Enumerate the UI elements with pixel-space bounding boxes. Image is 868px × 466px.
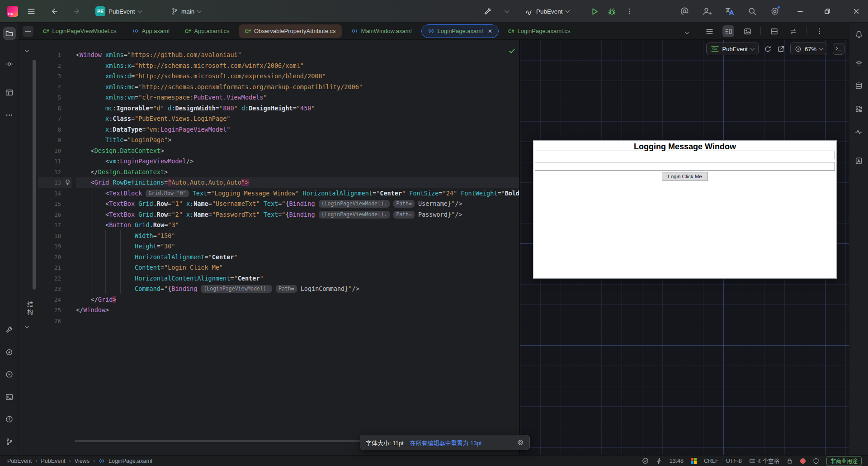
services-tool-button[interactable] (3, 346, 16, 358)
database-tool-button[interactable] (853, 79, 865, 92)
code-line-8[interactable]: x:DataType="vm:LoginPageViewModel" (76, 124, 531, 135)
tab-loginpageviewmodel-cs[interactable]: C# LoginPageViewModel.cs (37, 24, 123, 38)
error-notification-widget[interactable] (800, 458, 806, 464)
swap-panels-button[interactable] (787, 25, 799, 37)
editor-only-view-button[interactable] (703, 25, 715, 37)
scrollbar-thumb[interactable] (33, 60, 36, 290)
translation-tool-button[interactable] (853, 154, 865, 167)
run-tool-button[interactable] (3, 368, 16, 380)
line-separator-widget[interactable]: CRLF (704, 458, 719, 464)
terminal-tool-button[interactable] (3, 390, 16, 403)
code-line-9[interactable]: Title="LoginPage"> (76, 135, 531, 146)
code-line-10[interactable]: <Design.DataContext> (76, 146, 531, 157)
line-number[interactable]: 24 (38, 295, 72, 305)
tab-loginpage-axaml[interactable]: LoginPage.axaml ✕ (421, 24, 499, 38)
restore-button[interactable] (821, 4, 834, 19)
split-editor-preview-button[interactable] (722, 25, 734, 37)
login-button[interactable]: Login Click Me (662, 172, 708, 181)
code-line-17[interactable]: <Button Grid.Row="3" (76, 220, 531, 231)
code-line-18[interactable]: Width="150" (76, 231, 531, 242)
code-area[interactable]: <Window xmlns="https://github.com/avalon… (72, 40, 531, 455)
build-options-button[interactable] (503, 4, 511, 19)
line-number[interactable]: 16 (38, 209, 72, 220)
code-line-22[interactable]: HorizontalContentAlignment="Center" (76, 273, 531, 284)
gear-icon[interactable] (517, 439, 524, 446)
line-number[interactable]: 19 (38, 241, 72, 252)
profiler-tool-button[interactable] (853, 125, 865, 138)
code-line-25[interactable]: </Window> (76, 305, 531, 316)
encoding-widget[interactable]: UTF-8 (726, 458, 742, 464)
back-button[interactable] (47, 4, 61, 19)
tab-list-dropdown-button[interactable] (685, 28, 689, 35)
minimize-button[interactable] (794, 4, 807, 19)
gutter[interactable]: 1234567891011121314151617181920212223242… (38, 40, 72, 455)
build-tool-button[interactable] (3, 323, 16, 336)
code-line-4[interactable]: xmlns:mc="http://schemas.openxmlformats.… (76, 82, 531, 93)
tab-app-axaml[interactable]: App.axaml (126, 24, 175, 38)
line-number[interactable]: 14 (38, 188, 72, 199)
code-line-6[interactable]: mc:Ignorable="d" d:DesignWidth="800" d:D… (76, 103, 531, 114)
preview-refresh-button[interactable] (764, 45, 772, 53)
line-number[interactable]: 2 (38, 61, 72, 71)
chevron-down-icon[interactable] (25, 324, 29, 328)
security-widget[interactable] (813, 458, 819, 464)
search-everywhere-button[interactable] (745, 4, 760, 19)
power-save-widget[interactable] (656, 458, 662, 464)
line-number[interactable]: 26 (38, 316, 72, 327)
code-line-11[interactable]: <vm:LoginPageViewModel/> (76, 156, 531, 167)
code-line-2[interactable]: xmlns:x="http://schemas.microsoft.com/wi… (76, 61, 531, 71)
input-method-widget[interactable] (691, 458, 697, 464)
settings-button[interactable] (768, 4, 782, 19)
preview-console-button[interactable] (833, 43, 844, 55)
code-line-23[interactable]: Command="{Binding (LoginPageViewModel). … (76, 284, 531, 295)
code-line-12[interactable]: </Design.DataContext> (76, 167, 531, 178)
run-config-widget[interactable]: PubEvent (523, 4, 572, 19)
ai-assistant-button[interactable] (853, 57, 865, 70)
more-run-actions-button[interactable] (623, 4, 636, 19)
line-number[interactable]: 3 (38, 71, 72, 82)
more-tools-button[interactable] (3, 109, 16, 121)
inspections-status-widget[interactable] (642, 457, 649, 464)
license-badge[interactable]: 非商业用途 (826, 456, 862, 466)
run-button[interactable] (588, 4, 602, 19)
hide-tabs-button[interactable]: — (23, 26, 33, 37)
code-line-21[interactable]: Content="Login Click Me" (76, 262, 531, 273)
code-line-1[interactable]: <Window xmlns="https://github.com/avalon… (76, 50, 531, 61)
preview-zoom-selector[interactable]: 67% (790, 43, 827, 55)
line-number[interactable]: 20 (38, 252, 72, 263)
translate-button[interactable] (722, 4, 737, 19)
tab-observablepropertyattribute-cs[interactable]: C# ObservablePropertyAttribute.cs (239, 24, 341, 38)
plugins-tool-button[interactable] (853, 102, 865, 115)
debug-button[interactable] (605, 4, 619, 19)
preview-open-external-button[interactable] (777, 45, 785, 53)
username-textbox[interactable] (535, 151, 835, 159)
line-number[interactable]: 13 (38, 177, 72, 188)
line-number[interactable]: 1 (38, 50, 72, 61)
line-number[interactable]: 15 (38, 199, 72, 209)
line-number[interactable]: 9 (38, 135, 72, 146)
line-number[interactable]: 8 (38, 124, 72, 135)
tab-close-icon[interactable]: ✕ (488, 29, 492, 34)
code-line-26[interactable] (76, 316, 531, 327)
code-line-13[interactable]: <Grid RowDefinitions="Auto,Auto,Auto,Aut… (76, 177, 531, 188)
structure-tool-button[interactable] (3, 86, 16, 99)
commit-tool-button[interactable] (3, 57, 16, 70)
line-number[interactable]: 17 (38, 220, 72, 231)
main-menu-button[interactable] (24, 4, 38, 19)
git-tool-button[interactable] (3, 435, 16, 448)
code-line-19[interactable]: Height="30" (76, 241, 531, 252)
tab-app-axaml-cs[interactable]: C# App.axaml.cs (179, 24, 235, 38)
line-number[interactable]: 4 (38, 82, 72, 93)
code-line-24[interactable]: </Grid> (76, 295, 531, 305)
read-lock-widget[interactable] (787, 458, 793, 464)
preview-only-button[interactable] (741, 25, 753, 37)
tab-loginpage-axaml-cs[interactable]: C# LoginPage.axaml.cs (502, 24, 576, 38)
line-number[interactable]: 22 (38, 273, 72, 284)
breadcrumb-item[interactable]: PubEvent (7, 458, 32, 464)
code-with-me-button[interactable] (700, 4, 714, 19)
line-number[interactable]: 18 (38, 231, 72, 242)
code-line-5[interactable]: xmlns:vm="clr-namespace:PubEvent.ViewMod… (76, 92, 531, 103)
split-orientation-button[interactable] (768, 25, 780, 37)
breadcrumb-item[interactable]: PubEvent (41, 458, 65, 464)
line-number[interactable]: 25 (38, 305, 72, 316)
